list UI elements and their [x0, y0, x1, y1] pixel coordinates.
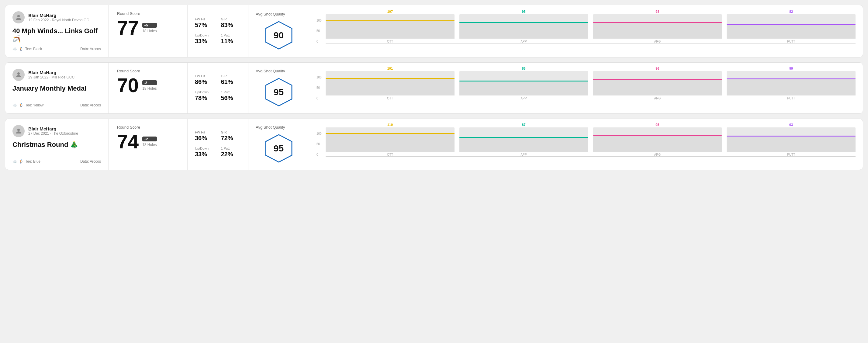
stats-grid: FW Hit 36% GIR 72% Up/Down 33% 1 Putt 22… — [195, 130, 241, 158]
fw-hit-value: 57% — [195, 22, 215, 29]
tee-label: Tee: Black — [25, 47, 42, 51]
chart-x-label: OTT — [387, 153, 393, 156]
round-score-label: Round Score — [117, 125, 179, 129]
bars-container: 107 OTT 95 APP 98 — [326, 19, 856, 43]
score-badge: +5 — [142, 23, 157, 28]
fw-hit-stat: FW Hit 57% — [195, 17, 215, 29]
bar-value-label: 87 — [522, 123, 526, 126]
chart-col-ott: 101 OTT — [326, 67, 455, 100]
oneputt-label: 1 Putt — [221, 147, 241, 150]
chart-col-putt: 99 PUTT — [726, 67, 856, 100]
avatar — [12, 69, 25, 81]
bar-bg — [593, 71, 722, 95]
data-source: Data: Arccos — [80, 159, 101, 164]
bar-line — [459, 22, 588, 23]
stats-section: FW Hit 86% GIR 61% Up/Down 78% 1 Putt 56… — [188, 63, 248, 114]
chart-x-label: APP — [521, 153, 527, 156]
player-details: Blair McHarg 27 Dec 2021 · The Oxfordshi… — [28, 126, 78, 136]
user-icon — [15, 71, 22, 79]
avg-shot-label: Avg Shot Quality — [256, 12, 285, 17]
y-axis-labels: 100 50 0 — [316, 19, 322, 43]
score-details: +5 18 Holes — [142, 23, 157, 33]
fw-hit-stat: FW Hit 86% — [195, 74, 215, 86]
quality-score: 95 — [274, 87, 284, 97]
player-details: Blair McHarg 29 Jan 2022 · Mill Ride GCC — [28, 70, 74, 80]
gir-stat: GIR 72% — [221, 130, 241, 142]
y-label-50: 50 — [316, 29, 322, 33]
chart-section: 100 50 0 110 OTT 87 APP — [309, 119, 863, 170]
oneputt-value: 56% — [221, 95, 241, 101]
chart-x-label: OTT — [387, 97, 393, 100]
player-date: 12 Feb 2022 · Royal North Devon GC — [28, 18, 89, 22]
updown-label: Up/Down — [195, 33, 215, 37]
bar-line — [459, 81, 588, 82]
oneputt-stat: 1 Putt 11% — [221, 33, 241, 45]
chart-col-app: 95 APP — [459, 10, 588, 43]
bar-line — [593, 135, 722, 136]
updown-stat: Up/Down 33% — [195, 33, 215, 45]
bottom-info: ☁️ 🏌️ Tee: Yellow Data: Arccos — [12, 103, 101, 107]
tee-info: ☁️ 🏌️ Tee: Black — [12, 47, 42, 51]
avg-shot-label: Avg Shot Quality — [256, 69, 285, 73]
round-score-label: Round Score — [117, 11, 179, 16]
gir-value: 72% — [221, 135, 241, 142]
player-date: 27 Dec 2021 · The Oxfordshire — [28, 131, 78, 136]
bar-value-label: 82 — [789, 10, 793, 13]
quality-section: Avg Shot Quality 95 — [248, 119, 309, 170]
chart-col-ott: 110 OTT — [326, 123, 455, 156]
bottom-info: ☁️ 🏌️ Tee: Blue Data: Arccos — [12, 159, 101, 164]
bar-value-label: 95 — [522, 10, 526, 13]
player-date: 29 Jan 2022 · Mill Ride GCC — [28, 75, 74, 80]
y-label-100: 100 — [316, 132, 322, 135]
chart-col-putt: 82 PUTT — [726, 10, 856, 43]
hexagon-container: 95 — [264, 77, 294, 107]
player-name: Blair McHarg — [28, 13, 89, 18]
bar-value-label: 93 — [789, 123, 793, 126]
bar-line — [326, 133, 455, 134]
bar-value-label: 96 — [655, 67, 659, 70]
gir-stat: GIR 61% — [221, 74, 241, 86]
round-score-label: Round Score — [117, 69, 179, 73]
chart-col-app: 87 APP — [459, 123, 588, 156]
y-axis-labels: 100 50 0 — [316, 76, 322, 100]
tee-info: ☁️ 🏌️ Tee: Blue — [12, 159, 40, 164]
bars-container: 101 OTT 86 APP 96 — [326, 76, 856, 100]
player-info: Blair McHarg 12 Feb 2022 · Royal North D… — [12, 11, 101, 23]
bars-container: 110 OTT 87 APP 95 — [326, 132, 856, 156]
chart-x-label: PUTT — [787, 40, 795, 43]
cloud-icon: ☁️ — [12, 47, 17, 51]
fw-hit-label: FW Hit — [195, 17, 215, 21]
hexagon-container: 95 — [264, 133, 294, 164]
updown-label: Up/Down — [195, 90, 215, 94]
score-badge: +2 — [142, 136, 157, 142]
oneputt-label: 1 Putt — [221, 90, 241, 94]
score-holes: 18 Holes — [142, 143, 157, 147]
updown-value: 33% — [195, 151, 215, 158]
tee-label: Tee: Yellow — [25, 103, 43, 107]
bar-line — [459, 137, 588, 138]
chart-x-label: PUTT — [787, 153, 795, 156]
updown-stat: Up/Down 78% — [195, 90, 215, 101]
data-source: Data: Arccos — [80, 103, 101, 107]
chart-x-label: ARG — [654, 40, 661, 43]
tee-info: ☁️ 🏌️ Tee: Yellow — [12, 103, 43, 107]
chart-col-ott: 107 OTT — [326, 10, 455, 43]
chart-x-label: APP — [521, 97, 527, 100]
chart-x-label: OTT — [387, 40, 393, 43]
chart-col-app: 86 APP — [459, 67, 588, 100]
left-section: Blair McHarg 29 Jan 2022 · Mill Ride GCC… — [5, 63, 108, 114]
stats-grid: FW Hit 57% GIR 83% Up/Down 33% 1 Putt 11… — [195, 17, 241, 45]
round-title: January Monthly Medal — [12, 85, 101, 92]
fw-hit-label: FW Hit — [195, 74, 215, 78]
score-section: Round Score 70 -2 18 Holes — [108, 63, 188, 114]
axis-line — [326, 156, 856, 157]
fw-hit-label: FW Hit — [195, 130, 215, 134]
stats-section: FW Hit 36% GIR 72% Up/Down 33% 1 Putt 22… — [188, 119, 248, 170]
updown-value: 33% — [195, 38, 215, 45]
round-title: 40 Mph Winds... Links Golf 🪃 — [12, 27, 101, 43]
gir-label: GIR — [221, 130, 241, 134]
oneputt-stat: 1 Putt 56% — [221, 90, 241, 101]
bar-line — [593, 22, 722, 23]
left-section: Blair McHarg 12 Feb 2022 · Royal North D… — [5, 5, 108, 57]
y-label-0: 0 — [316, 97, 322, 100]
